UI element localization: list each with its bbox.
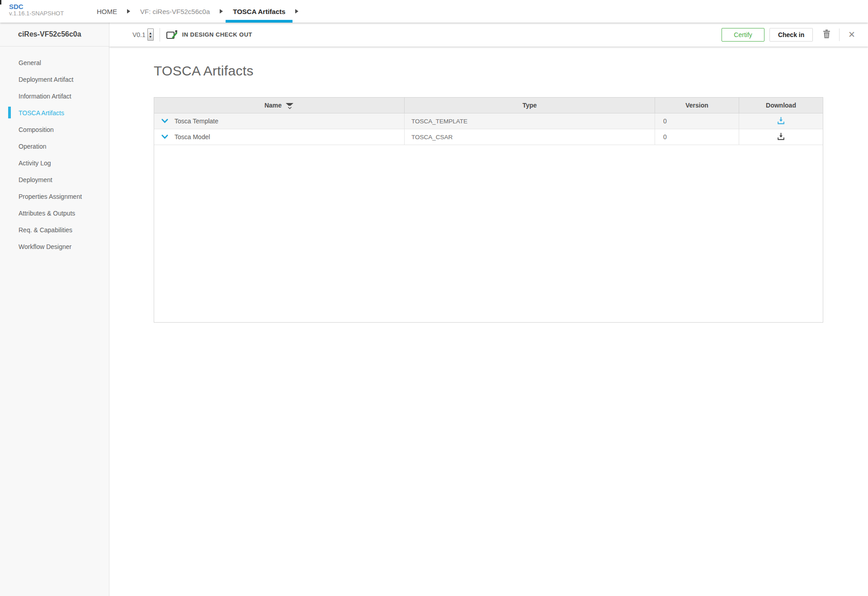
- sidebar-item-attributes-outputs[interactable]: Attributes & Outputs: [0, 205, 109, 221]
- sidebar-item-information-artifact[interactable]: Information Artifact: [0, 88, 109, 104]
- sidebar-item-operation[interactable]: Operation: [0, 138, 109, 155]
- certify-button[interactable]: Certify: [722, 28, 764, 42]
- artifact-type: TOSCA_TEMPLATE: [405, 113, 655, 129]
- breadcrumb-home[interactable]: HOME: [90, 0, 124, 23]
- toolbar: V0.1 ▴ ▾ IN DESIGN CHECK OUT Certify Che…: [109, 23, 868, 47]
- breadcrumb-vf[interactable]: VF: ciRes-VF52c56c0a: [133, 0, 217, 23]
- sidebar-menu: General Deployment Artifact Information …: [0, 47, 109, 596]
- download-icon: [777, 132, 785, 141]
- column-header-name[interactable]: Name: [154, 98, 405, 113]
- checkout-pencil-icon: [166, 29, 178, 40]
- sidebar-item-general[interactable]: General: [0, 54, 109, 71]
- lifecycle-status-label: IN DESIGN CHECK OUT: [182, 31, 252, 38]
- page-title: TOSCA Artifacts: [154, 63, 254, 79]
- resource-name: ciRes-VF52c56c0a: [18, 30, 81, 38]
- check-in-button[interactable]: Check in: [769, 28, 813, 42]
- top-navigation-bar: SDC v.1.16.1-SNAPSHOT HOME VF: ciRes-VF5…: [0, 0, 868, 23]
- table-row: Tosca Template TOSCA_TEMPLATE 0: [154, 113, 823, 129]
- expand-chevron-icon[interactable]: [160, 118, 169, 124]
- breadcrumb: HOME VF: ciRes-VF52c56c0a TOSCA Artifact…: [90, 0, 301, 23]
- download-button[interactable]: [776, 131, 786, 143]
- breadcrumb-separator-icon: [127, 9, 130, 14]
- table-header-row: Name Type Version Download: [154, 98, 823, 113]
- sidebar-item-properties-assignment[interactable]: Properties Assignment: [0, 188, 109, 205]
- breadcrumb-separator-icon: [295, 9, 298, 14]
- app-logo: SDC v.1.16.1-SNAPSHOT: [9, 3, 64, 17]
- sidebar-item-deployment-artifact[interactable]: Deployment Artifact: [0, 71, 109, 88]
- download-button[interactable]: [776, 115, 786, 127]
- tosca-artifacts-table: Name Type Version Download Tosca Templat…: [154, 97, 823, 323]
- sidebar-item-deployment[interactable]: Deployment: [0, 171, 109, 188]
- artifact-version: 0: [655, 113, 739, 129]
- column-header-version: Version: [655, 98, 739, 113]
- sidebar-item-req-capabilities[interactable]: Req. & Capabilities: [0, 221, 109, 238]
- delete-button[interactable]: [821, 28, 832, 42]
- breadcrumb-tosca-artifacts[interactable]: TOSCA Artifacts: [226, 0, 292, 23]
- close-button[interactable]: ✕: [846, 28, 857, 41]
- close-icon: ✕: [848, 30, 855, 39]
- expand-chevron-icon[interactable]: [160, 134, 169, 140]
- app-version: v.1.16.1-SNAPSHOT: [9, 10, 64, 17]
- stepper-down-icon: ▾: [150, 35, 152, 38]
- artifact-name: Tosca Model: [175, 133, 210, 141]
- toolbar-divider: [839, 28, 840, 41]
- sidebar-item-tosca-artifacts[interactable]: TOSCA Artifacts: [0, 104, 109, 121]
- artifact-name: Tosca Template: [175, 117, 218, 125]
- column-header-download: Download: [739, 98, 823, 113]
- version-label: V0.1: [132, 31, 146, 38]
- table-row: Tosca Model TOSCA_CSAR 0: [154, 129, 823, 145]
- breadcrumb-separator-icon: [220, 9, 223, 14]
- artifact-type: TOSCA_CSAR: [405, 129, 655, 145]
- version-stepper[interactable]: ▴ ▾: [147, 28, 154, 41]
- sidebar-item-composition[interactable]: Composition: [0, 121, 109, 138]
- sidebar-item-activity-log[interactable]: Activity Log: [0, 155, 109, 171]
- sort-filter-icon: [285, 103, 294, 109]
- toolbar-divider: [160, 28, 160, 42]
- app-name: SDC: [9, 3, 64, 10]
- download-icon: [777, 117, 785, 126]
- sidebar-header: ciRes-VF52c56c0a: [0, 23, 109, 47]
- trash-icon: [823, 29, 830, 40]
- column-header-type: Type: [405, 98, 655, 113]
- corner-mark: [0, 0, 1, 5]
- artifact-version: 0: [655, 129, 739, 145]
- sidebar-item-workflow-designer[interactable]: Workflow Designer: [0, 238, 109, 255]
